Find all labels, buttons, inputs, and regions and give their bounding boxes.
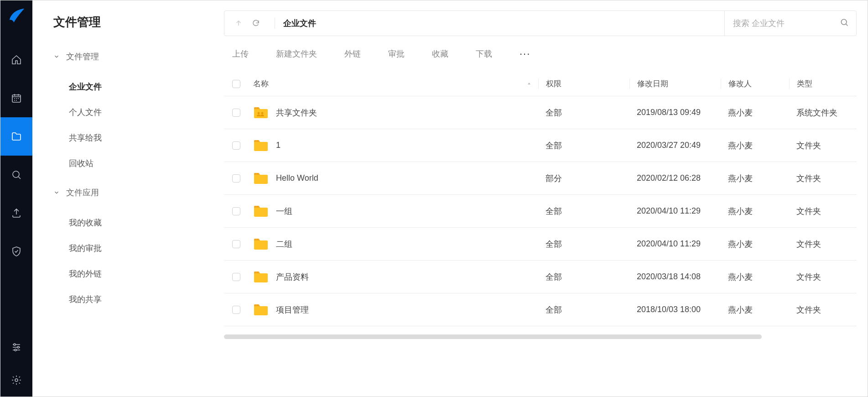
refresh-icon[interactable] [249,16,263,30]
rail-settings-icon[interactable] [0,364,32,397]
row-date: 2020/04/10 11:29 [629,239,721,249]
nav-group-file-mgmt[interactable]: 文件管理 [53,51,196,62]
sidenav: 文件管理 文件管理 企业文件 个人文件 共享给我 回收站 文件应用 我的收藏 我… [32,0,214,397]
nav-item-recycle-bin[interactable]: 回收站 [53,151,196,176]
row-date: 2018/10/03 18:00 [629,305,721,314]
row-name: 产品资料 [276,272,309,282]
nav-up-icon [232,16,245,30]
row-date: 2020/02/12 06:28 [629,173,721,183]
row-type: 文件夹 [789,173,848,184]
toolbar-download[interactable]: 下载 [476,48,492,59]
nav-group-label: 文件应用 [66,187,99,198]
row-type: 文件夹 [789,272,848,282]
nav-item-my-shares[interactable]: 我的共享 [53,287,196,312]
search-box [724,11,849,36]
separator [275,18,275,29]
row-perm: 全部 [538,239,629,250]
svg-point-2 [14,344,16,345]
table-row[interactable]: 二组 全部 2020/04/10 11:29 燕小麦 文件夹 [224,228,857,261]
row-date: 2020/04/10 11:29 [629,206,721,216]
row-date: 2020/03/27 20:49 [629,141,721,150]
table-row[interactable]: 共享文件夹 全部 2019/08/13 09:49 燕小麦 系统文件夹 [224,96,857,129]
table-row[interactable]: 一组 全部 2020/04/10 11:29 燕小麦 文件夹 [224,195,857,228]
row-checkbox[interactable] [232,174,240,183]
row-checkbox[interactable] [232,207,240,215]
header-name[interactable]: 名称 [253,78,538,89]
search-icon[interactable] [840,18,849,29]
rail-search-icon[interactable] [0,156,32,194]
row-user: 燕小麦 [721,140,789,151]
table-row[interactable]: 项目管理 全部 2018/10/03 18:00 燕小麦 文件夹 [224,293,857,326]
row-checkbox[interactable] [232,109,240,117]
row-user: 燕小麦 [721,107,789,118]
table-header: 名称 权限 修改日期 修改人 类型 [224,72,857,96]
row-perm: 部分 [538,173,629,184]
table-row[interactable]: 产品资料 全部 2020/03/18 14:08 燕小麦 文件夹 [224,261,857,293]
icon-rail [0,0,32,397]
breadcrumb[interactable]: 企业文件 [283,18,316,29]
row-checkbox[interactable] [232,273,240,281]
toolbar-upload[interactable]: 上传 [232,48,249,59]
nav-item-my-approvals[interactable]: 我的审批 [53,235,196,261]
row-user: 燕小麦 [721,272,789,282]
scrollbar-thumb[interactable] [224,334,762,339]
svg-point-5 [15,379,18,381]
rail-calendar-icon[interactable] [0,79,32,117]
svg-point-3 [17,346,19,348]
toolbar-more-icon[interactable]: ··· [520,48,530,60]
row-checkbox[interactable] [232,141,240,150]
header-user[interactable]: 修改人 [721,78,789,89]
sort-asc-icon [526,81,532,87]
header-type[interactable]: 类型 [789,78,848,89]
horizontal-scrollbar[interactable] [224,334,857,339]
row-date: 2019/08/13 09:49 [629,108,721,117]
folder-icon [253,303,269,316]
nav-item-personal-files[interactable]: 个人文件 [53,99,196,125]
nav-item-shared-with-me[interactable]: 共享给我 [53,125,196,151]
svg-point-6 [841,19,847,25]
row-date: 2020/03/18 14:08 [629,272,721,282]
row-name: 共享文件夹 [276,107,317,118]
svg-point-4 [15,349,16,351]
topbar: 企业文件 [224,10,857,36]
row-perm: 全部 [538,272,629,282]
rail-home-icon[interactable] [0,41,32,79]
header-date[interactable]: 修改日期 [629,78,721,89]
chevron-down-icon [53,53,60,60]
rail-shield-icon[interactable] [0,232,32,271]
table-row[interactable]: Hello World 部分 2020/02/12 06:28 燕小麦 文件夹 [224,162,857,195]
rail-sliders-icon[interactable] [0,331,32,364]
row-type: 文件夹 [789,304,848,315]
row-user: 燕小麦 [721,239,789,250]
row-user: 燕小麦 [721,173,789,184]
row-name: 1 [276,141,281,150]
header-perm[interactable]: 权限 [538,78,629,89]
row-checkbox[interactable] [232,240,240,248]
main-content: 企业文件 上传 新建文件夹 外链 审批 收藏 下载 ··· 名称 [214,0,868,397]
nav-item-my-links[interactable]: 我的外链 [53,261,196,287]
folder-icon [253,106,269,119]
nav-item-enterprise-files[interactable]: 企业文件 [53,74,196,99]
row-user: 燕小麦 [721,304,789,315]
row-perm: 全部 [538,107,629,118]
toolbar-share-link[interactable]: 外链 [344,48,361,59]
toolbar-new-folder[interactable]: 新建文件夹 [276,48,317,59]
folder-icon [253,139,269,152]
search-input[interactable] [733,19,833,28]
page-title: 文件管理 [53,14,196,30]
nav-group-file-apps[interactable]: 文件应用 [53,187,196,198]
rail-files-icon[interactable] [0,117,32,156]
rail-upload-icon[interactable] [0,194,32,232]
app-logo [8,7,25,24]
chevron-down-icon [53,189,60,196]
row-perm: 全部 [538,304,629,315]
row-name: Hello World [276,173,318,183]
table-row[interactable]: 1 全部 2020/03/27 20:49 燕小麦 文件夹 [224,129,857,162]
toolbar: 上传 新建文件夹 外链 审批 收藏 下载 ··· [224,36,857,72]
row-checkbox[interactable] [232,306,240,314]
folder-icon [253,271,269,283]
toolbar-favorite[interactable]: 收藏 [432,48,448,59]
toolbar-approval[interactable]: 审批 [388,48,405,59]
nav-item-my-favorites[interactable]: 我的收藏 [53,210,196,235]
select-all-checkbox[interactable] [232,80,240,88]
